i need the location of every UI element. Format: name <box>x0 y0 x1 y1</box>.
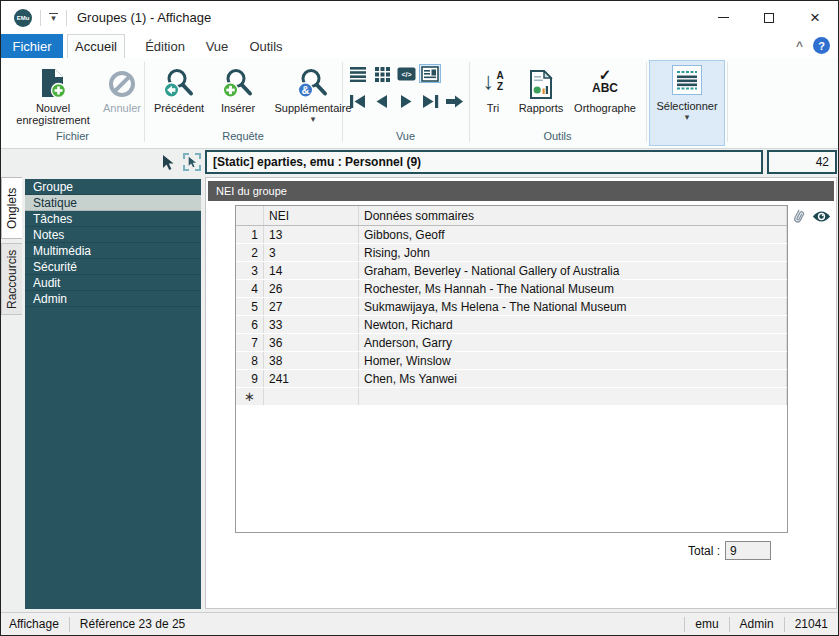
cell-nei[interactable]: 14 <box>264 262 359 279</box>
code-view-icon: </> <box>397 66 416 82</box>
last-record-icon <box>420 94 440 109</box>
cell-summary[interactable]: Rising, John <box>359 244 787 261</box>
minimize-button[interactable] <box>700 1 746 34</box>
tab-vue[interactable]: Vue <box>199 34 235 58</box>
group-label-requete: Requête <box>144 130 342 142</box>
window-title: Groupes (1) - Affichage <box>77 10 211 25</box>
sidebar: Groupe Statique Tâches Notes Multimédia … <box>25 179 201 609</box>
goto-record-button[interactable] <box>443 92 465 111</box>
ribbon: Nouvel enregistrement Annuler Fichier <box>1 58 838 149</box>
maximize-button[interactable] <box>746 1 792 34</box>
help-icon[interactable]: ? <box>813 37 830 54</box>
table-row[interactable]: 5 27 Sukmawijaya, Ms Helena - The Nation… <box>236 298 787 316</box>
table-row[interactable]: 9 241 Chen, Ms Yanwei <box>236 370 787 388</box>
cell-summary[interactable]: Gibbons, Geoff <box>359 226 787 243</box>
status-role: Admin <box>730 617 784 631</box>
cell-nei[interactable]: 36 <box>264 334 359 351</box>
code-view-button[interactable]: </> <box>395 64 417 83</box>
cell-summary[interactable]: Anderson, Garry <box>359 334 787 351</box>
tab-fichier[interactable]: Fichier <box>1 34 63 58</box>
last-record-button[interactable] <box>419 92 441 111</box>
cell-nei-empty[interactable] <box>264 388 359 405</box>
new-row[interactable]: ∗ <box>236 388 787 406</box>
row-number: 3 <box>236 262 264 279</box>
cell-summary[interactable]: Graham, Beverley - National Gallery of A… <box>359 262 787 279</box>
dropdown-caret-icon: ▾ <box>311 115 316 123</box>
sidebar-item-securite[interactable]: Sécurité <box>25 259 201 275</box>
view-attachment-eye-icon[interactable] <box>812 210 831 223</box>
collapse-ribbon-icon[interactable]: ^ <box>796 39 803 53</box>
insert-icon <box>222 63 254 99</box>
sidebar-item-multimedia[interactable]: Multimédia <box>25 243 201 259</box>
sidebar-item-audit[interactable]: Audit <box>25 275 201 291</box>
cell-summary[interactable]: Chen, Ms Yanwei <box>359 370 787 387</box>
attachment-icon[interactable] <box>790 207 807 226</box>
cell-summary[interactable]: Homer, Winslow <box>359 352 787 369</box>
table-row[interactable]: 6 33 Newton, Richard <box>236 316 787 334</box>
first-record-button[interactable] <box>347 92 369 111</box>
sidebar-item-statique[interactable]: Statique <box>25 195 201 211</box>
next-record-button[interactable] <box>395 92 417 111</box>
cell-summary[interactable]: Newton, Richard <box>359 316 787 333</box>
app-icon[interactable]: EMu <box>14 9 32 27</box>
sidebar-item-admin[interactable]: Admin <box>25 291 201 307</box>
record-count-box: 42 <box>767 150 837 174</box>
header-row-number <box>236 206 264 225</box>
group-label-fichier: Fichier <box>1 130 144 142</box>
quick-access-dropdown-icon[interactable]: ▾ <box>49 13 58 23</box>
total-value-field[interactable]: 9 <box>725 541 771 560</box>
cell-summary-empty[interactable] <box>359 388 787 405</box>
cell-nei[interactable]: 241 <box>264 370 359 387</box>
previous-record-icon <box>374 94 390 109</box>
previous-query-icon <box>163 63 195 99</box>
cell-nei[interactable]: 33 <box>264 316 359 333</box>
close-button[interactable]: × <box>792 1 838 34</box>
status-session: 21041 <box>785 617 838 631</box>
side-tab-onglets[interactable]: Onglets <box>1 177 22 239</box>
status-bar: Affichage Référence 23 de 25 emu Admin 2… <box>1 612 838 635</box>
table-row[interactable]: 7 36 Anderson, Garry <box>236 334 787 352</box>
arrow-cursor-icon[interactable] <box>162 154 175 171</box>
table-row[interactable]: 3 14 Graham, Beverley - National Gallery… <box>236 262 787 280</box>
cell-nei[interactable]: 13 <box>264 226 359 243</box>
cell-summary[interactable]: Rochester, Ms Hannah - The National Muse… <box>359 280 787 297</box>
table-row[interactable]: 2 3 Rising, John <box>236 244 787 262</box>
side-tab-raccourcis[interactable]: Raccourcis <box>1 243 22 315</box>
first-record-icon <box>348 94 368 109</box>
record-header: [Static] eparties, emu : Personnel (9) <box>205 150 763 174</box>
marquee-select-icon[interactable] <box>183 153 201 171</box>
sidebar-item-groupe[interactable]: Groupe <box>25 179 201 195</box>
header-nei[interactable]: NEI <box>264 206 359 225</box>
close-icon: × <box>810 8 820 28</box>
cell-nei[interactable]: 38 <box>264 352 359 369</box>
tab-accueil[interactable]: Accueil <box>67 34 125 58</box>
grid-view-button[interactable] <box>371 64 393 83</box>
sidebar-item-notes[interactable]: Notes <box>25 227 201 243</box>
app-window: EMu ▾ Groupes (1) - Affichage × Fichier … <box>0 0 839 636</box>
cell-nei[interactable]: 26 <box>264 280 359 297</box>
list-view-button[interactable] <box>347 64 369 83</box>
table-row[interactable]: 4 26 Rochester, Ms Hannah - The National… <box>236 280 787 298</box>
grid-view-icon <box>374 66 391 82</box>
divider <box>646 62 647 142</box>
divider <box>66 10 67 26</box>
group-label-outils: Outils <box>469 130 646 142</box>
form-view-button[interactable] <box>419 64 441 83</box>
row-number: 8 <box>236 352 264 369</box>
maximize-icon <box>764 13 774 23</box>
group-tab-title: NEI du groupe <box>216 185 287 197</box>
divider <box>40 10 41 26</box>
reports-icon <box>529 63 553 99</box>
table-row[interactable]: 8 38 Homer, Winslow <box>236 352 787 370</box>
cell-nei[interactable]: 3 <box>264 244 359 261</box>
header-summary[interactable]: Données sommaires <box>359 206 787 225</box>
select-button[interactable]: Sélectionner ▾ <box>649 60 725 146</box>
sidebar-item-taches[interactable]: Tâches <box>25 211 201 227</box>
previous-record-button[interactable] <box>371 92 393 111</box>
tab-outils[interactable]: Outils <box>243 34 289 58</box>
next-record-icon <box>398 94 414 109</box>
cell-summary[interactable]: Sukmawijaya, Ms Helena - The National Mu… <box>359 298 787 315</box>
table-row[interactable]: 1 13 Gibbons, Geoff <box>236 226 787 244</box>
tab-edition[interactable]: Édition <box>137 34 193 58</box>
cell-nei[interactable]: 27 <box>264 298 359 315</box>
